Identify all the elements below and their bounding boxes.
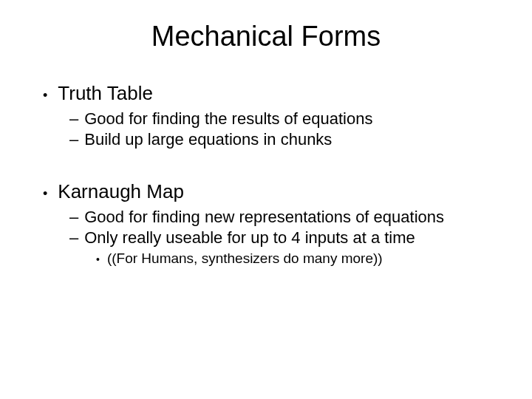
slide-title: Mechanical Forms — [37, 21, 495, 52]
section-point-text: Only really useable for up to 4 inputs a… — [84, 228, 415, 248]
bullet-icon: • — [43, 185, 47, 203]
section-point: – Build up large equations in chunks — [69, 130, 495, 149]
dash-icon: – — [69, 130, 78, 149]
section-point-text: Good for finding the results of equation… — [84, 109, 372, 129]
dash-icon: – — [69, 208, 78, 227]
section-heading: • Truth Table — [43, 82, 495, 105]
dash-icon: – — [69, 109, 78, 129]
section-point-text: Build up large equations in chunks — [84, 130, 332, 149]
bullet-icon: • — [43, 86, 47, 105]
section-point-text: Good for finding new representations of … — [84, 208, 444, 227]
section-heading: • Karnaugh Map — [43, 180, 495, 203]
section-heading-text: Truth Table — [58, 82, 153, 105]
dash-icon: – — [69, 228, 78, 248]
section-subnote: • ((For Humans, synthesizers do many mor… — [96, 250, 495, 267]
bullet-icon: • — [96, 252, 100, 267]
section-subnote-text: ((For Humans, synthesizers do many more)… — [107, 250, 383, 267]
section-point: – Only really useable for up to 4 inputs… — [69, 228, 495, 248]
section-point: – Good for finding the results of equati… — [69, 109, 495, 129]
section-heading-text: Karnaugh Map — [58, 180, 184, 203]
section-point: – Good for finding new representations o… — [69, 208, 495, 227]
